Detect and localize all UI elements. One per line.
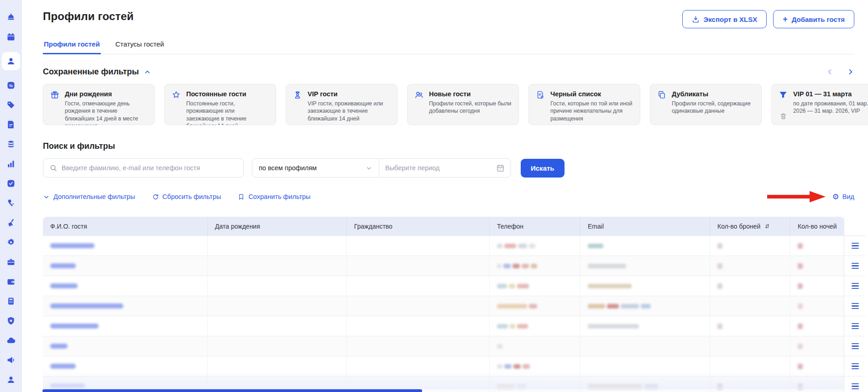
- cell-email: [580, 376, 710, 392]
- keys-icon[interactable]: [2, 199, 20, 208]
- filter-card-blacklist[interactable]: Черный список Гости, которые по той или …: [528, 84, 640, 125]
- column-header-birthdate[interactable]: Дата рождения: [208, 217, 347, 236]
- table-row[interactable]: [43, 316, 844, 336]
- cell-phone: [490, 256, 580, 276]
- filter-card-birthdays[interactable]: Дни рождения Гости, отмечающие день рожд…: [43, 84, 155, 125]
- cell-guest-name[interactable]: [43, 296, 208, 316]
- additional-filters-link[interactable]: Дополнительные фильтры: [43, 193, 135, 200]
- discount-icon[interactable]: %: [2, 81, 20, 90]
- column-header-bookings[interactable]: Кол-во броней: [710, 217, 790, 236]
- table-row[interactable]: [43, 256, 844, 276]
- row-menu-icon: [852, 263, 859, 269]
- table-row[interactable]: [43, 336, 844, 356]
- security-icon[interactable]: [2, 316, 20, 325]
- row-menu-button[interactable]: [844, 316, 866, 336]
- cleaning-icon[interactable]: [2, 218, 20, 227]
- wallet-icon[interactable]: [2, 277, 20, 286]
- cell-bookings: [710, 236, 790, 256]
- finance-icon[interactable]: [2, 140, 20, 149]
- row-menu-button[interactable]: [844, 236, 866, 256]
- save-filters-link[interactable]: Сохранить фильтры: [238, 193, 310, 200]
- tab-guest-profiles[interactable]: Профили гостей: [43, 37, 101, 54]
- cell-guest-name[interactable]: [43, 256, 208, 276]
- profile-icon[interactable]: [2, 375, 20, 384]
- sort-icon[interactable]: [763, 223, 771, 230]
- settings-icon[interactable]: [2, 238, 20, 247]
- search-button[interactable]: Искать: [521, 159, 565, 178]
- add-guest-button[interactable]: + Добавить гостя: [773, 10, 854, 28]
- briefcase-icon[interactable]: [2, 257, 20, 267]
- cell-email: [580, 336, 710, 356]
- cell-guest-name[interactable]: [43, 276, 208, 296]
- horizontal-scrollbar[interactable]: [42, 389, 422, 392]
- cell-citizenship: [347, 236, 490, 256]
- column-header-name[interactable]: Ф.И.О. гостя: [43, 217, 208, 236]
- tasks-icon[interactable]: [2, 179, 20, 188]
- period-input[interactable]: [385, 164, 492, 172]
- row-menu-button[interactable]: [844, 276, 866, 296]
- table-row[interactable]: [43, 276, 844, 296]
- filter-card-description: Гости, отмечающие день рождения в течени…: [65, 100, 148, 125]
- search-scope-select[interactable]: по всем профилям: [252, 159, 379, 177]
- calendar-icon[interactable]: [2, 32, 20, 42]
- table-row[interactable]: [43, 356, 844, 376]
- table-row[interactable]: [43, 236, 844, 256]
- cell-bookings: [710, 316, 790, 336]
- row-menu-button[interactable]: [844, 296, 866, 316]
- row-menu-icon: [852, 243, 859, 249]
- gear-icon: ⚙: [832, 193, 839, 201]
- documents-icon[interactable]: [2, 120, 20, 129]
- tag-icon[interactable]: [2, 100, 20, 110]
- people-icon: [414, 90, 424, 99]
- filter-card-vip-guests[interactable]: VIP гости VIP гости, проживающие или зае…: [286, 84, 397, 125]
- carousel-next-icon[interactable]: [847, 68, 854, 76]
- row-menu-button[interactable]: [844, 336, 866, 356]
- tab-bar: Профили гостей Статусы гостей: [43, 37, 854, 54]
- redacted-text: [510, 324, 515, 329]
- filter-card-regular-guests[interactable]: Постоянные гости Постоянные гости, прожи…: [164, 84, 276, 125]
- calculator-icon[interactable]: [2, 297, 20, 306]
- cloud-icon[interactable]: [2, 336, 20, 345]
- cell-guest-name[interactable]: [43, 356, 208, 376]
- redacted-number: [717, 283, 722, 289]
- redacted-guest-name-link: [50, 263, 76, 268]
- trash-icon[interactable]: [779, 112, 787, 120]
- row-menu-icon: [852, 383, 859, 389]
- reports-icon[interactable]: [2, 159, 20, 168]
- cell-bookings: [710, 336, 790, 356]
- search-input[interactable]: [62, 164, 238, 172]
- guests-icon[interactable]: [2, 52, 20, 70]
- column-header-phone[interactable]: Телефон: [490, 217, 580, 236]
- filter-card-duplicates[interactable]: Дубликаты Профили гостей, содержащие оди…: [650, 84, 762, 125]
- table-row[interactable]: [43, 296, 844, 316]
- column-header-nights[interactable]: Кол-во ночей: [790, 217, 844, 236]
- redacted-text: [517, 284, 529, 288]
- row-menu-icon: [852, 283, 859, 289]
- add-guest-label: Добавить гостя: [792, 16, 845, 23]
- carousel-prev-icon[interactable]: [826, 68, 834, 76]
- marketing-icon[interactable]: [2, 355, 20, 365]
- export-xlsx-button[interactable]: Экспорт в XLSX: [682, 10, 767, 28]
- chevron-up-icon[interactable]: [144, 68, 151, 76]
- cell-guest-name[interactable]: [43, 236, 208, 256]
- cell-phone: [490, 316, 580, 336]
- column-header-citizenship[interactable]: Гражданство: [347, 217, 490, 236]
- plus-icon: +: [783, 15, 788, 23]
- row-menu-button[interactable]: [844, 356, 866, 376]
- cell-birthdate: [208, 236, 347, 256]
- tab-guest-statuses[interactable]: Статусы гостей: [115, 37, 165, 54]
- filter-card-vip-march[interactable]: VIP 01 — 31 марта по дате проживания, 01…: [771, 84, 868, 125]
- cell-guest-name[interactable]: [43, 336, 208, 356]
- bell-icon[interactable]: [2, 13, 20, 22]
- reset-filters-link[interactable]: Сбросить фильтры: [152, 193, 221, 200]
- column-header-email[interactable]: Email: [580, 217, 710, 236]
- cell-guest-name[interactable]: [43, 316, 208, 336]
- guest-search-field[interactable]: [43, 158, 244, 178]
- cell-nights: [790, 336, 844, 356]
- view-link[interactable]: Вид: [842, 193, 854, 200]
- filter-card-new-guests[interactable]: Новые гости Профили гостей, которые были…: [407, 84, 519, 125]
- row-menu-button[interactable]: [844, 256, 866, 276]
- period-picker[interactable]: [379, 159, 511, 177]
- redacted-text: [497, 384, 515, 389]
- row-menu-button[interactable]: [844, 376, 866, 392]
